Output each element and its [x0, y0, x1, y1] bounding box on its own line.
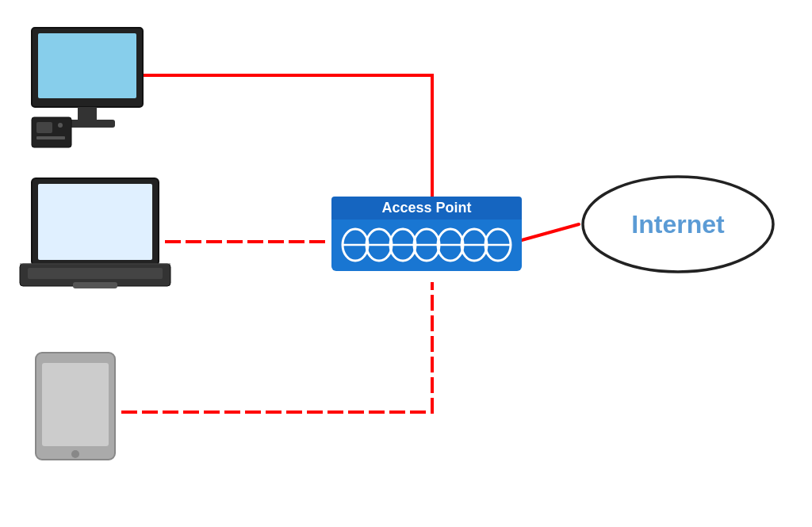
svg-rect-3 — [38, 33, 136, 98]
access-point-label: Access Point — [331, 197, 522, 220]
access-point-body — [331, 220, 522, 271]
svg-rect-9 — [36, 136, 65, 139]
svg-rect-14 — [73, 282, 117, 288]
internet-label: Internet — [631, 210, 724, 239]
laptop-icon — [16, 174, 167, 293]
internet-container: Internet — [579, 173, 777, 276]
svg-rect-4 — [78, 107, 97, 121]
svg-line-1 — [522, 224, 579, 240]
diagram-container: Access Point — [0, 0, 812, 527]
svg-rect-11 — [38, 184, 152, 260]
svg-point-8 — [58, 123, 63, 128]
svg-rect-13 — [28, 268, 163, 279]
svg-point-18 — [71, 450, 79, 458]
tablet-icon — [32, 349, 119, 460]
svg-rect-7 — [36, 122, 52, 133]
access-point: Access Point — [331, 197, 522, 284]
svg-rect-17 — [42, 363, 109, 446]
desktop-icon — [24, 24, 151, 151]
